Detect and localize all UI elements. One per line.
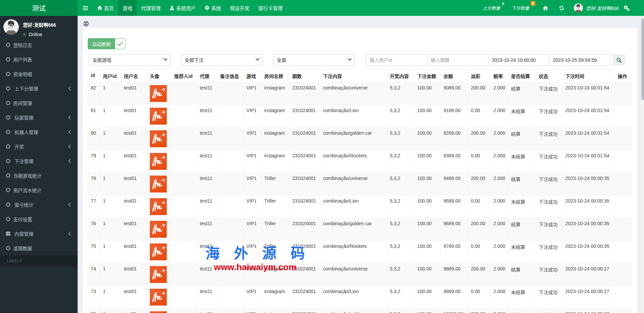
- cell-agent: test11: [197, 286, 217, 309]
- cell-action: [615, 150, 632, 173]
- sidebar-user-status[interactable]: Online: [23, 32, 56, 37]
- sidebar-item-下注管理[interactable]: 下注管理: [0, 154, 78, 168]
- chevron-left-icon: [68, 86, 71, 90]
- sidebar-toggle-button[interactable]: [78, 0, 93, 16]
- cell-draw_result: 5,3,2: [387, 105, 414, 128]
- auto-refresh-checkbox[interactable]: [115, 38, 125, 49]
- cell-bet_content: combinação/universe: [320, 82, 387, 105]
- cell-agent: test11: [197, 309, 217, 313]
- cell-draw_result: 5,3,2: [387, 263, 414, 286]
- cell-user_id: 1: [100, 128, 121, 150]
- cell-odds: 2.000: [491, 82, 508, 105]
- bets-table: id用户id用户名头像推荐人id代理备注信息游戏房间名称期数下注内容开奖内容下注…: [88, 70, 632, 313]
- cogs-icon: [623, 5, 630, 11]
- nav-item-label: 游戏: [123, 4, 132, 11]
- table-row-79: 791test01test11VIP1instagram231024001com…: [88, 150, 632, 173]
- sidebar-item-用户流水统计[interactable]: 用户流水统计: [0, 183, 78, 197]
- control-sidebar-button[interactable]: [623, 5, 635, 11]
- chevron-left-icon: [68, 130, 71, 134]
- sidebar-item-房间管理[interactable]: 房间管理: [0, 96, 78, 110]
- cell-action: [615, 173, 632, 195]
- nav-item-银行卡管理[interactable]: 银行卡管理: [254, 0, 287, 16]
- cell-draw_result: 5,3,2: [387, 286, 414, 309]
- cell-bet_content: combinação/Rockets: [320, 241, 387, 263]
- refresh-icon-button[interactable]: [554, 5, 570, 11]
- cell-balance: 9889.00: [441, 263, 468, 286]
- nav-item-系统用户[interactable]: 系统用户: [165, 0, 200, 16]
- sidebar-item-盈亏统计[interactable]: 盈亏统计: [0, 197, 78, 212]
- sidebar-item-玩家管理[interactable]: 玩家管理: [0, 110, 78, 125]
- cell-user_id: 1: [100, 218, 121, 241]
- sidebar-item-支付设置[interactable]: 支付设置: [0, 212, 78, 226]
- page-scrollbar[interactable]: [641, 16, 644, 313]
- sidebar-item-资金明细[interactable]: 资金明细: [0, 67, 78, 81]
- cell-agent: test11: [197, 128, 217, 150]
- nav-item-系统[interactable]: 系统: [200, 0, 225, 16]
- cell-bet_amount: 100.00: [414, 309, 441, 313]
- auto-refresh-label: 自动刷新: [88, 38, 115, 49]
- cell-game: VIP1: [244, 309, 262, 313]
- cell-username: test01: [121, 195, 147, 218]
- circle-icon: [6, 115, 10, 120]
- circle-icon: [6, 101, 10, 105]
- all-select-wrap: 全部: [273, 54, 355, 66]
- home-icon: [543, 5, 548, 11]
- end-time-input[interactable]: [549, 54, 611, 66]
- search-button[interactable]: [613, 54, 625, 66]
- period-input[interactable]: [427, 54, 488, 66]
- table-row-82: 821test01test11VIP1instagram231024001com…: [88, 82, 632, 105]
- bet-filter-select[interactable]: 全部下注: [181, 54, 263, 66]
- cell-user_id: 1: [100, 105, 121, 128]
- app-logo[interactable]: 测试: [0, 0, 78, 16]
- navbar-user-greeting[interactable]: 您好:发财啊666: [586, 5, 619, 11]
- start-time-input[interactable]: [488, 54, 549, 66]
- cell-username: test01: [121, 309, 147, 313]
- sidebar-user-panel: 您好:发财啊666 Online: [0, 16, 78, 37]
- auto-refresh-toggle[interactable]: 自动刷新: [88, 38, 126, 49]
- cell-room: instagram: [262, 128, 290, 150]
- home-icon-button[interactable]: [537, 5, 554, 11]
- cell-odds: 2.000: [491, 128, 508, 150]
- sidebar-item-用户列表[interactable]: 用户列表: [0, 52, 78, 67]
- cell-action: [615, 128, 632, 150]
- sidebar-item-开奖[interactable]: 开奖: [0, 139, 78, 154]
- sidebar-item-机器人管理[interactable]: 机器人管理: [0, 125, 78, 139]
- user-icon: [169, 5, 175, 10]
- cell-bet_content: combinação/golden car: [320, 128, 387, 150]
- cell-draw_result: 5,3,2: [387, 150, 414, 173]
- navbar-user-avatar[interactable]: [574, 3, 583, 12]
- cell-payout: 0.00: [468, 286, 491, 309]
- nav-item-首页[interactable]: 首页: [93, 0, 118, 16]
- user-id-input[interactable]: [366, 54, 427, 66]
- status-filter-select[interactable]: 全部: [273, 54, 355, 66]
- sidebar-item-当期游戏统计[interactable]: 当期游戏统计: [0, 168, 78, 183]
- player-avatar-image: [150, 153, 167, 170]
- cell-bet_content: combinação/Lion: [320, 286, 387, 309]
- table-row-73: 731test01test11VIP1instagram231024001com…: [88, 286, 632, 309]
- table-row-75: 751test01test11VIP1Triller231024001combi…: [88, 241, 632, 263]
- sidebar-item-label: 清理数据: [13, 245, 32, 252]
- nav-item-预设开奖[interactable]: 预设开奖: [225, 0, 254, 16]
- sidebar-item-上下分管理[interactable]: 上下分管理: [0, 81, 78, 96]
- game-filter-select[interactable]: 全部游戏: [89, 54, 170, 66]
- sidebar-user-name: 您好:发财啊666: [23, 21, 56, 28]
- column-header-代理: 代理: [197, 70, 217, 82]
- sidebar-avatar-image: [3, 19, 19, 35]
- sidebar-item-label: 用户列表: [13, 56, 32, 63]
- navbar-right: 上分数量 0 下分数量 0 您好:发财啊666: [479, 0, 644, 16]
- cell-user_id: 1: [100, 309, 121, 313]
- score-up-button[interactable]: 上分数量 0: [479, 5, 504, 11]
- sidebar-user-avatar[interactable]: [3, 19, 19, 35]
- nav-item-游戏[interactable]: 游戏: [118, 0, 137, 16]
- score-up-label: 上分数量: [483, 6, 500, 11]
- sidebar-item-内容管理[interactable]: 内容管理: [0, 226, 78, 241]
- cell-room: instagram: [262, 150, 290, 173]
- cell-referrer_id: [171, 309, 197, 313]
- sidebar-item-登陆日志[interactable]: 登陆日志: [0, 37, 78, 52]
- score-down-button[interactable]: 下分数量 0: [508, 5, 533, 11]
- cell-payout: 200.00: [468, 82, 491, 105]
- cell-payout: 200.00: [468, 309, 491, 313]
- scrollbar-thumb[interactable]: [641, 19, 644, 100]
- nav-item-代理管理[interactable]: 代理管理: [137, 0, 165, 16]
- sidebar-item-清理数据[interactable]: 清理数据: [0, 241, 78, 255]
